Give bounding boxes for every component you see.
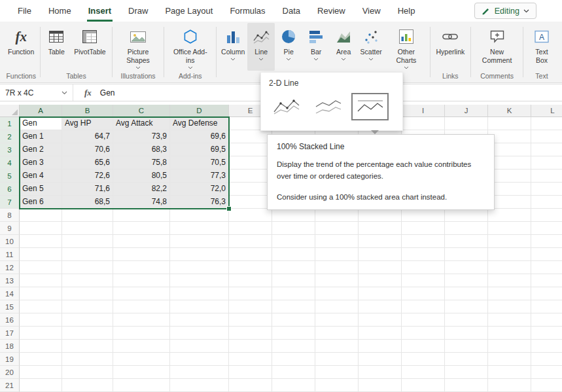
cell-J12[interactable] — [445, 261, 488, 274]
cell-K11[interactable] — [488, 248, 531, 261]
cell-L1[interactable] — [531, 117, 562, 130]
cell-F13[interactable] — [272, 274, 315, 287]
cell-L6[interactable] — [531, 183, 562, 196]
cell-B6[interactable]: 71,6 — [62, 183, 113, 196]
cell-L5[interactable] — [531, 169, 562, 183]
cell-J21[interactable] — [445, 379, 488, 392]
cell-I12[interactable] — [402, 261, 445, 274]
cell-E17[interactable] — [229, 327, 272, 340]
cell-A18[interactable] — [20, 340, 62, 353]
cell-C14[interactable] — [113, 287, 170, 300]
cell-B12[interactable] — [62, 261, 113, 274]
cell-A7[interactable]: Gen 6 — [20, 196, 62, 209]
cell-G17[interactable] — [315, 327, 359, 340]
column-header-I[interactable]: I — [402, 105, 445, 117]
cell-A15[interactable] — [20, 300, 62, 313]
row-header-13[interactable]: 13 — [0, 274, 20, 287]
cell-F15[interactable] — [272, 300, 315, 313]
line-chart-button[interactable]: Line — [247, 23, 275, 71]
editing-button[interactable]: Editing — [474, 3, 536, 19]
cell-A6[interactable]: Gen 5 — [20, 183, 62, 196]
cell-I16[interactable] — [402, 313, 445, 327]
cell-F20[interactable] — [272, 366, 315, 379]
cell-I8[interactable] — [402, 209, 445, 222]
pivottable-button[interactable]: PivotTable — [70, 23, 109, 71]
cell-I18[interactable] — [402, 340, 445, 353]
cell-C18[interactable] — [113, 340, 170, 353]
cell-C9[interactable] — [113, 222, 170, 235]
cell-H8[interactable] — [359, 209, 402, 222]
cell-L16[interactable] — [531, 313, 562, 327]
cell-A3[interactable]: Gen 2 — [20, 143, 62, 156]
row-header-1[interactable]: 1 — [0, 117, 20, 130]
cell-E8[interactable] — [229, 209, 272, 222]
cell-K19[interactable] — [488, 353, 531, 366]
cell-G20[interactable] — [315, 366, 359, 379]
cell-D21[interactable] — [170, 379, 229, 392]
cell-K12[interactable] — [488, 261, 531, 274]
cell-L18[interactable] — [531, 340, 562, 353]
cell-D14[interactable] — [170, 287, 229, 300]
cell-K16[interactable] — [488, 313, 531, 327]
select-all-corner[interactable] — [0, 105, 20, 117]
bar-chart-button[interactable]: Bar — [302, 23, 330, 71]
cell-F11[interactable] — [272, 248, 315, 261]
row-header-11[interactable]: 11 — [0, 248, 20, 261]
cell-I19[interactable] — [402, 353, 445, 366]
cell-L19[interactable] — [531, 353, 562, 366]
cell-C20[interactable] — [113, 366, 170, 379]
cell-J1[interactable] — [445, 117, 488, 130]
cell-E16[interactable] — [229, 313, 272, 327]
cell-G12[interactable] — [315, 261, 359, 274]
cell-E11[interactable] — [229, 248, 272, 261]
cell-L7[interactable] — [531, 196, 562, 209]
cell-A16[interactable] — [20, 313, 62, 327]
cell-J9[interactable] — [445, 222, 488, 235]
row-header-18[interactable]: 18 — [0, 340, 20, 353]
cell-D20[interactable] — [170, 366, 229, 379]
cell-A5[interactable]: Gen 4 — [20, 169, 62, 183]
cell-A13[interactable] — [20, 274, 62, 287]
cell-B11[interactable] — [62, 248, 113, 261]
cell-F9[interactable] — [272, 222, 315, 235]
cell-A12[interactable] — [20, 261, 62, 274]
cell-C16[interactable] — [113, 313, 170, 327]
new-comment-button[interactable]: New Comment — [473, 23, 521, 71]
cell-B17[interactable] — [62, 327, 113, 340]
cell-B7[interactable]: 68,5 — [62, 196, 113, 209]
cell-C17[interactable] — [113, 327, 170, 340]
cell-D16[interactable] — [170, 313, 229, 327]
row-header-10[interactable]: 10 — [0, 235, 20, 248]
cell-L10[interactable] — [531, 235, 562, 248]
row-header-3[interactable]: 3 — [0, 143, 20, 156]
cell-K13[interactable] — [488, 274, 531, 287]
cell-E3[interactable] — [229, 143, 272, 156]
cell-B8[interactable] — [62, 209, 113, 222]
cell-A17[interactable] — [20, 327, 62, 340]
cell-D10[interactable] — [170, 235, 229, 248]
cell-L4[interactable] — [531, 156, 562, 169]
cell-L8[interactable] — [531, 209, 562, 222]
cell-B16[interactable] — [62, 313, 113, 327]
row-header-17[interactable]: 17 — [0, 327, 20, 340]
cell-J20[interactable] — [445, 366, 488, 379]
cell-L3[interactable] — [531, 143, 562, 156]
cell-I11[interactable] — [402, 248, 445, 261]
cell-K17[interactable] — [488, 327, 531, 340]
fill-handle[interactable] — [226, 206, 232, 211]
cell-F17[interactable] — [272, 327, 315, 340]
cell-A14[interactable] — [20, 287, 62, 300]
cell-K1[interactable] — [488, 117, 531, 130]
cell-H17[interactable] — [359, 327, 402, 340]
cell-D11[interactable] — [170, 248, 229, 261]
cell-I1[interactable] — [402, 117, 445, 130]
cell-A19[interactable] — [20, 353, 62, 366]
cell-B4[interactable]: 65,6 — [62, 156, 113, 169]
cell-B9[interactable] — [62, 222, 113, 235]
row-header-7[interactable]: 7 — [0, 196, 20, 209]
cell-G13[interactable] — [315, 274, 359, 287]
cell-D3[interactable]: 69,5 — [170, 143, 229, 156]
name-box[interactable]: 7R x 4C — [0, 84, 73, 101]
cell-J17[interactable] — [445, 327, 488, 340]
row-header-2[interactable]: 2 — [0, 130, 20, 143]
